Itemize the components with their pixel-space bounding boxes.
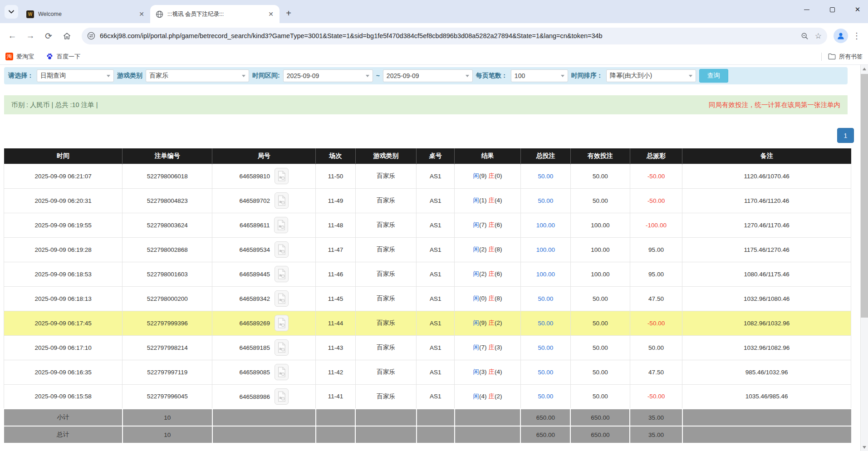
round-cell: 646589445 bbox=[212, 262, 316, 286]
total-bet: 50.00 bbox=[520, 335, 570, 360]
remark: 1270.46/1170.46 bbox=[682, 213, 851, 237]
empty-cell bbox=[212, 426, 316, 443]
bet-id: 522798003624 bbox=[123, 213, 212, 237]
menu-kebab-icon[interactable]: ⋮ bbox=[850, 31, 863, 41]
video-replay-button[interactable] bbox=[275, 266, 289, 282]
video-replay-button[interactable] bbox=[275, 168, 289, 184]
video-replay-button[interactable] bbox=[275, 388, 289, 405]
address-bar[interactable]: ☆ bbox=[82, 28, 827, 44]
zoom-icon[interactable] bbox=[801, 32, 809, 40]
banker-result: 庄(4) bbox=[489, 368, 502, 375]
round-id: 646589534 bbox=[239, 246, 270, 253]
table-number: AS1 bbox=[417, 213, 455, 237]
site-settings-icon[interactable] bbox=[87, 32, 95, 40]
date-to-value: 2025-09-09 bbox=[387, 72, 419, 79]
table-number: AS1 bbox=[417, 286, 455, 311]
page-size-select[interactable]: 100 bbox=[511, 69, 568, 82]
forward-button[interactable]: → bbox=[23, 28, 38, 44]
profile-avatar[interactable] bbox=[834, 29, 848, 43]
tab-search-button[interactable] bbox=[5, 5, 18, 19]
bookmark-star-icon[interactable]: ☆ bbox=[815, 31, 822, 41]
tab-title: Welcome bbox=[38, 11, 137, 17]
total-payout: 35.00 bbox=[630, 426, 682, 443]
payout: 95.00 bbox=[630, 237, 682, 262]
remark: 985.46/1032.96 bbox=[682, 360, 851, 384]
bet-time: 2025-09-09 06:18:53 bbox=[4, 262, 123, 286]
round-cell: 646589342 bbox=[212, 286, 316, 311]
sort-select[interactable]: 降幂(由大到小) bbox=[606, 69, 696, 82]
bet-time: 2025-09-09 06:19:55 bbox=[4, 213, 123, 237]
payout: -50.00 bbox=[630, 311, 682, 335]
game-category-select[interactable]: 百家乐 bbox=[146, 69, 249, 82]
search-button[interactable]: 查询 bbox=[699, 69, 728, 83]
maximize-button[interactable] bbox=[825, 3, 839, 16]
reload-button[interactable]: ⟳ bbox=[41, 28, 56, 44]
new-tab-button[interactable]: + bbox=[282, 7, 295, 20]
remark: 1032.96/1082.96 bbox=[682, 335, 851, 360]
banker-result: 庄(2) bbox=[489, 393, 502, 400]
bet-time: 2025-09-09 06:18:13 bbox=[4, 286, 123, 311]
bet-id: 522797999396 bbox=[123, 311, 212, 335]
close-icon[interactable]: ✕ bbox=[267, 10, 275, 18]
all-bookmarks-button[interactable]: 所有书签 bbox=[828, 53, 863, 61]
bet-id: 522797998214 bbox=[123, 335, 212, 360]
video-replay-button[interactable] bbox=[275, 192, 289, 209]
session: 11-44 bbox=[316, 311, 356, 335]
video-replay-button[interactable] bbox=[275, 364, 289, 380]
valid-bet: 50.00 bbox=[570, 286, 630, 311]
round-cell: 646589085 bbox=[212, 360, 316, 384]
video-replay-button[interactable] bbox=[274, 217, 288, 233]
total-bet: 50.00 bbox=[520, 188, 570, 213]
close-window-button[interactable]: ✕ bbox=[851, 3, 864, 16]
video-replay-button[interactable] bbox=[275, 339, 289, 356]
bet-records-table: 时间 注单编号 局号 场次 游戏类别 桌号 结果 总投注 有效投注 总派彩 备注… bbox=[4, 148, 851, 444]
url-input[interactable] bbox=[100, 32, 794, 39]
video-file-icon bbox=[277, 244, 286, 255]
scrollbar-thumb[interactable] bbox=[861, 74, 868, 318]
filter-bar: 请选择： 日期查询 游戏类别 百家乐 时间区间: 2025-09-09 ~ 20… bbox=[4, 67, 848, 84]
video-replay-button[interactable] bbox=[275, 290, 289, 307]
game-category: 百家乐 bbox=[355, 384, 416, 409]
video-file-icon bbox=[276, 220, 286, 230]
round-id: 646589085 bbox=[239, 369, 270, 376]
video-replay-button[interactable] bbox=[275, 315, 289, 331]
tab-bet-records[interactable]: :::视讯 会员下注纪录::: ✕ bbox=[150, 5, 280, 23]
page-content: 请选择： 日期查询 游戏类别 百家乐 时间区间: 2025-09-09 ~ 20… bbox=[0, 67, 868, 451]
tab-title: :::视讯 会员下注纪录::: bbox=[167, 10, 267, 18]
page-size-label: 每页笔数： bbox=[476, 72, 508, 80]
bookmark-baidu[interactable]: 百度一下 bbox=[46, 53, 80, 61]
table-number: AS1 bbox=[417, 384, 455, 409]
minimize-button[interactable] bbox=[800, 3, 814, 16]
chevron-down-icon bbox=[107, 75, 110, 77]
remark: 1175.46/1270.46 bbox=[682, 237, 851, 262]
date-from-select[interactable]: 2025-09-09 bbox=[283, 69, 373, 82]
bet-id: 522798000200 bbox=[123, 286, 212, 311]
vertical-scrollbar[interactable] bbox=[860, 65, 868, 451]
round-cell: 646589810 bbox=[212, 164, 316, 188]
baidu-icon bbox=[46, 53, 54, 60]
bet-id: 522797997119 bbox=[123, 360, 212, 384]
round-cell: 646589611 bbox=[212, 213, 316, 237]
round-id: 646589185 bbox=[239, 344, 270, 351]
bet-time: 2025-09-09 06:17:45 bbox=[4, 311, 123, 335]
page-1-button[interactable]: 1 bbox=[837, 128, 854, 143]
payout: 47.50 bbox=[630, 286, 682, 311]
player-result: 闲(3) bbox=[473, 368, 487, 375]
chevron-down-icon bbox=[561, 75, 564, 77]
video-replay-button[interactable] bbox=[275, 241, 289, 258]
bookmark-label: 百度一下 bbox=[57, 53, 80, 61]
bet-id: 522798001603 bbox=[123, 262, 212, 286]
header-time: 时间 bbox=[4, 148, 123, 164]
currency-summary: 币别 : 人民币 | 总共 :10 注单 | bbox=[11, 101, 98, 109]
back-button[interactable]: ← bbox=[5, 28, 20, 44]
tab-welcome[interactable]: W Welcome ✕ bbox=[21, 5, 150, 23]
scroll-up-button[interactable] bbox=[861, 65, 868, 73]
home-button[interactable] bbox=[59, 28, 74, 44]
player-result: 闲(4) bbox=[473, 393, 487, 400]
query-type-select[interactable]: 日期查询 bbox=[37, 69, 114, 82]
date-to-select[interactable]: 2025-09-09 bbox=[383, 69, 473, 82]
close-icon[interactable]: ✕ bbox=[137, 10, 146, 18]
bookmark-taobao[interactable]: 淘 爱淘宝 bbox=[5, 53, 34, 61]
person-icon bbox=[836, 31, 845, 40]
browser-toolbar: ← → ⟳ ☆ ⋮ bbox=[0, 23, 868, 49]
